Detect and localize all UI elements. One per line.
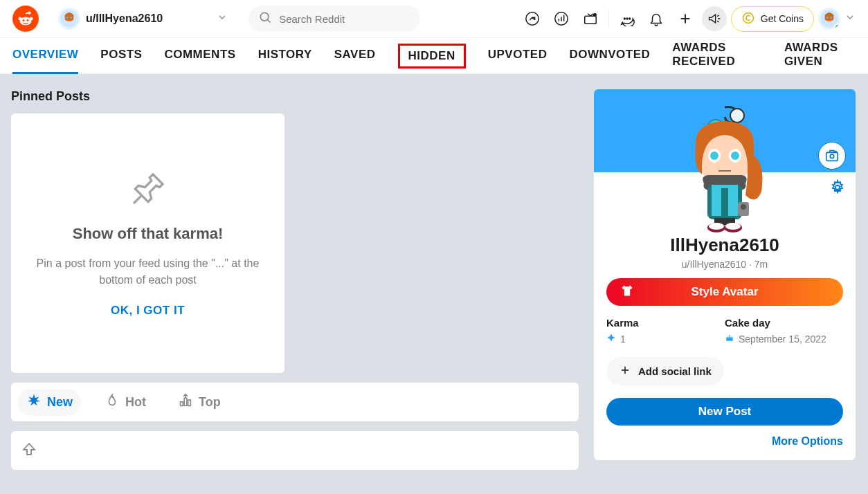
- user-avatar-small: [58, 8, 80, 30]
- tab-hidden[interactable]: HIDDEN: [398, 44, 466, 68]
- coin-icon[interactable]: [549, 6, 574, 31]
- tab-upvoted[interactable]: UPVOTED: [488, 38, 548, 74]
- svg-point-4: [23, 19, 25, 21]
- pinned-ok-button[interactable]: OK, I GOT IT: [111, 304, 185, 318]
- sort-new[interactable]: New: [18, 389, 81, 416]
- content-area: Pinned Posts Show off that karma! Pin a …: [0, 74, 868, 485]
- svg-point-18: [629, 18, 631, 19]
- pushpin-icon: [129, 170, 168, 211]
- sort-hot[interactable]: Hot: [96, 389, 154, 416]
- profile-stats: Karma 1 Cake day September 15, 2022: [606, 317, 843, 345]
- style-avatar-button[interactable]: Style Avatar: [606, 278, 843, 306]
- tab-saved[interactable]: SAVED: [334, 38, 376, 74]
- search-icon: [258, 10, 272, 27]
- coin-badge-icon: [741, 11, 755, 27]
- profile-display-name: IllHyena2610: [606, 235, 843, 256]
- sort-top[interactable]: Top: [170, 389, 229, 416]
- feed-item-stub: [11, 431, 579, 470]
- svg-point-16: [624, 18, 625, 19]
- svg-point-15: [593, 14, 596, 17]
- svg-rect-44: [721, 188, 728, 216]
- karma-icon: [606, 333, 616, 345]
- plus-icon: [619, 364, 631, 378]
- user-dropdown[interactable]: u/IllHyena2610: [58, 8, 228, 30]
- search-input[interactable]: [279, 13, 410, 25]
- live-icon[interactable]: [578, 6, 603, 31]
- main-column: Pinned Posts Show off that karma! Pin a …: [11, 89, 579, 470]
- get-coins-label: Get Coins: [761, 13, 804, 24]
- sort-hot-label: Hot: [125, 395, 146, 410]
- svg-point-21: [743, 12, 753, 23]
- top-icon: [178, 393, 193, 412]
- add-social-link-button[interactable]: Add social link: [606, 357, 724, 385]
- svg-point-3: [30, 17, 33, 21]
- svg-point-5: [27, 19, 29, 21]
- svg-point-47: [709, 223, 724, 230]
- svg-point-12: [526, 12, 539, 25]
- svg-point-24: [826, 17, 829, 19]
- get-coins-button[interactable]: Get Coins: [731, 6, 814, 32]
- tab-comments[interactable]: COMMENTS: [164, 38, 235, 74]
- karma-value: 1: [620, 333, 626, 345]
- new-icon: [26, 393, 42, 412]
- tab-downvoted[interactable]: DOWNVOTED: [569, 38, 650, 74]
- shirt-icon: [620, 284, 634, 301]
- svg-rect-53: [726, 337, 732, 338]
- svg-rect-28: [184, 398, 187, 405]
- hot-icon: [105, 393, 120, 412]
- add-social-label: Add social link: [638, 365, 712, 377]
- svg-rect-54: [729, 335, 730, 337]
- svg-rect-29: [188, 400, 191, 405]
- pinned-posts-title: Pinned Posts: [11, 89, 579, 104]
- sort-new-label: New: [47, 395, 73, 410]
- profile-sub-line: u/IllHyena2610 · 7m: [606, 259, 843, 270]
- svg-rect-30: [826, 152, 838, 161]
- tab-awards-given[interactable]: AWARDS GIVEN: [784, 38, 856, 74]
- reddit-logo[interactable]: [12, 6, 39, 32]
- header-actions: Get Coins: [520, 6, 856, 32]
- sidebar: IllHyena2610 u/IllHyena2610 · 7m Style A…: [594, 89, 856, 470]
- new-post-button[interactable]: New Post: [606, 398, 843, 426]
- pinned-empty-card: Show off that karma! Pin a post from you…: [11, 113, 284, 373]
- create-post-icon[interactable]: [673, 6, 698, 31]
- more-options-link[interactable]: More Options: [606, 435, 843, 448]
- cake-icon: [725, 333, 734, 345]
- karma-label: Karma: [606, 317, 725, 329]
- svg-point-10: [261, 12, 269, 21]
- svg-line-26: [134, 195, 142, 203]
- svg-rect-14: [585, 16, 597, 24]
- cakeday-value: September 15, 2022: [739, 333, 826, 345]
- chat-icon[interactable]: [615, 6, 640, 31]
- svg-point-39: [710, 152, 718, 160]
- svg-line-11: [268, 19, 271, 22]
- search-bar[interactable]: [248, 6, 420, 32]
- profile-menu[interactable]: [818, 8, 856, 30]
- profile-card: IllHyena2610 u/IllHyena2610 · 7m Style A…: [594, 89, 856, 460]
- cakeday-label: Cake day: [725, 317, 843, 329]
- chevron-down-icon: [217, 12, 228, 26]
- notifications-icon[interactable]: [644, 6, 669, 31]
- svg-point-41: [731, 152, 739, 160]
- svg-point-35: [730, 109, 744, 122]
- popular-icon[interactable]: [520, 6, 545, 31]
- advertise-icon[interactable]: [702, 6, 727, 31]
- top-header: u/IllHyena2610 Get Coins: [0, 0, 868, 38]
- svg-rect-52: [726, 338, 732, 341]
- settings-icon[interactable]: [829, 179, 846, 199]
- svg-point-8: [66, 17, 69, 19]
- tab-awards-received[interactable]: AWARDS RECEIVED: [672, 38, 762, 74]
- svg-point-9: [70, 17, 72, 19]
- pinned-description: Pin a post from your feed using the "...…: [32, 255, 264, 289]
- pinned-heading: Show off that karma!: [73, 225, 224, 243]
- style-avatar-label: Style Avatar: [691, 285, 758, 299]
- edit-banner-button[interactable]: [818, 142, 846, 170]
- profile-avatar-large: [673, 102, 777, 233]
- tab-posts[interactable]: POSTS: [100, 38, 142, 74]
- tab-overview[interactable]: OVERVIEW: [12, 38, 78, 74]
- cakeday-stat: Cake day September 15, 2022: [725, 317, 843, 345]
- tab-history[interactable]: HISTORY: [258, 38, 312, 74]
- upvote-icon[interactable]: [21, 441, 37, 460]
- chevron-down-icon: [844, 12, 856, 26]
- svg-point-17: [626, 18, 628, 19]
- sort-bar: New Hot Top: [11, 383, 579, 421]
